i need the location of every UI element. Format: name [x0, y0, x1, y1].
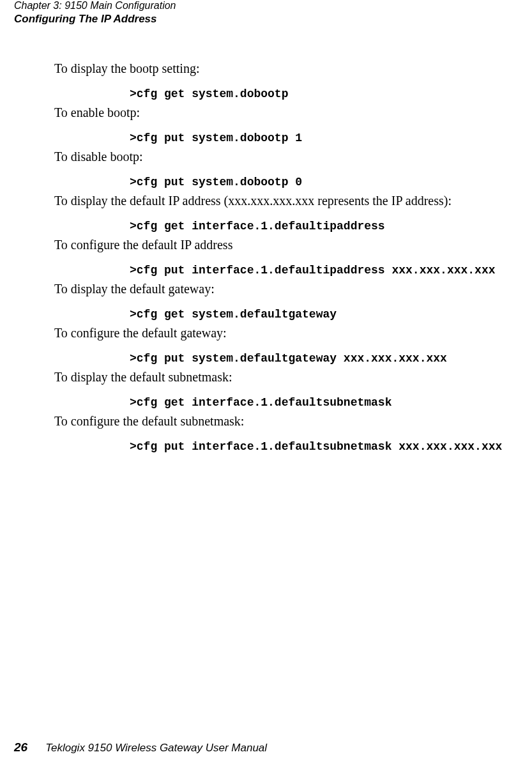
- instruction-text: To display the bootp setting:: [54, 61, 517, 76]
- page-header: Chapter 3: 9150 Main Configuration Confi…: [0, 0, 532, 26]
- command-text: >cfg get interface.1.defaultsubnetmask: [54, 396, 517, 409]
- command-text: >cfg put system.dobootp 0: [54, 176, 517, 188]
- command-text: >cfg put system.defaultgateway xxx.xxx.x…: [54, 352, 517, 365]
- page-footer: 26Teklogix 9150 Wireless Gateway User Ma…: [14, 740, 267, 755]
- command-text: >cfg get system.dobootp: [54, 88, 517, 100]
- instruction-text: To configure the default subnetmask:: [54, 414, 517, 429]
- instruction-text: To display the default IP address (xxx.x…: [54, 194, 517, 208]
- instruction-text: To disable bootp:: [54, 149, 517, 164]
- command-text: >cfg put interface.1.defaultipaddress xx…: [54, 264, 517, 277]
- command-text: >cfg get interface.1.defaultipaddress: [54, 220, 517, 233]
- manual-title: Teklogix 9150 Wireless Gateway User Manu…: [45, 742, 267, 754]
- instruction-text: To configure the default gateway:: [54, 326, 517, 341]
- page-content: To display the bootp setting: >cfg get s…: [0, 26, 517, 453]
- page-number: 26: [14, 740, 27, 754]
- instruction-text: To display the default subnetmask:: [54, 370, 517, 385]
- command-text: >cfg put system.dobootp 1: [54, 132, 517, 144]
- instruction-text: To display the default gateway:: [54, 282, 517, 296]
- section-title: Configuring The IP Address: [14, 13, 532, 26]
- chapter-title: Chapter 3: 9150 Main Configuration: [14, 0, 532, 11]
- instruction-text: To enable bootp:: [54, 105, 517, 120]
- command-text: >cfg get system.defaultgateway: [54, 308, 517, 321]
- instruction-text: To configure the default IP address: [54, 238, 517, 252]
- command-text: >cfg put interface.1.defaultsubnetmask x…: [54, 440, 517, 453]
